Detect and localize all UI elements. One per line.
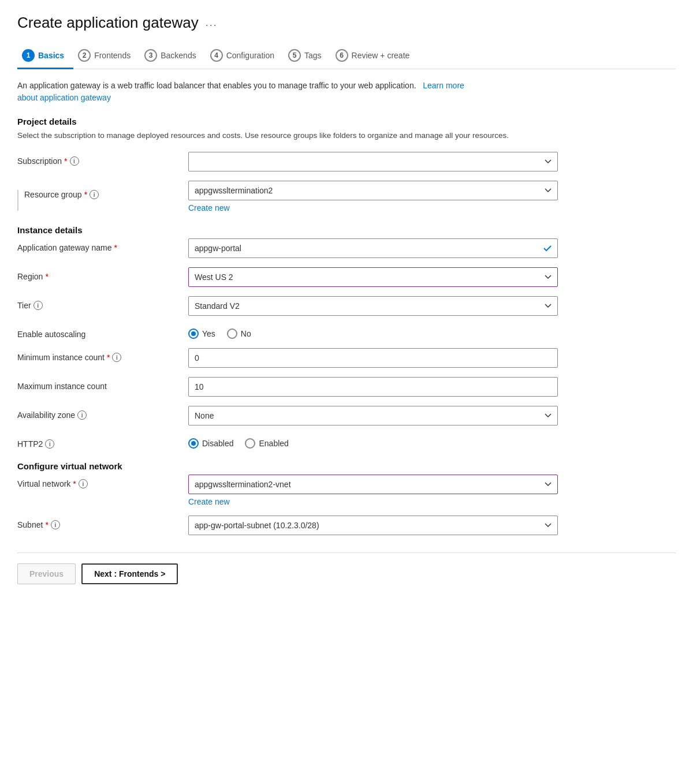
instance-details-header: Instance details: [17, 225, 676, 235]
virtual-network-label-col: Virtual network * i: [17, 475, 179, 488]
previous-button[interactable]: Previous: [17, 563, 76, 584]
min-instance-info-icon[interactable]: i: [112, 353, 121, 362]
autoscaling-yes[interactable]: Yes: [188, 328, 215, 339]
availability-zone-select[interactable]: None: [188, 406, 558, 425]
subscription-row: Subscription * i: [17, 152, 676, 171]
max-instance-label-col: Maximum instance count: [17, 377, 179, 391]
region-row: Region * West US 2: [17, 267, 676, 287]
resource-group-create-new[interactable]: Create new: [188, 203, 230, 212]
tab-num-6: 6: [336, 49, 348, 62]
tab-num-4: 4: [210, 49, 223, 62]
app-gateway-name-input[interactable]: [188, 238, 558, 258]
region-required: *: [45, 272, 48, 281]
subscription-select[interactable]: [188, 152, 558, 171]
page-title-bar: Create application gateway ...: [17, 14, 676, 32]
virtual-network-info-icon[interactable]: i: [79, 479, 88, 488]
subscription-required: *: [64, 156, 67, 166]
http2-enabled-radio[interactable]: [245, 438, 255, 449]
wizard-tabs: 1 Basics 2 Frontends 3 Backends 4 Config…: [17, 43, 676, 69]
subnet-info-icon[interactable]: i: [51, 520, 60, 529]
tab-configuration[interactable]: 4 Configuration: [206, 43, 284, 69]
about-app-gateway-link[interactable]: about application gateway: [17, 93, 111, 102]
http2-disabled-label: Disabled: [202, 439, 233, 448]
resource-group-info-icon[interactable]: i: [90, 190, 99, 199]
tab-num-2: 2: [78, 49, 91, 62]
app-gateway-name-control: [188, 238, 558, 258]
learn-more-link[interactable]: Learn more: [420, 81, 464, 90]
tab-tags[interactable]: 5 Tags: [284, 43, 331, 69]
tab-backends[interactable]: 3 Backends: [140, 43, 205, 69]
subscription-control: [188, 152, 558, 171]
resource-group-label: Resource group: [24, 190, 82, 199]
autoscaling-row: Enable autoscaling Yes No: [17, 325, 676, 339]
resource-group-row: Resource group * i appgwssltermination2 …: [17, 181, 676, 212]
http2-label: HTTP2: [17, 439, 43, 449]
virtual-network-row: Virtual network * i appgwssltermination2…: [17, 475, 676, 506]
tier-label-col: Tier i: [17, 296, 179, 310]
project-details-desc: Select the subscription to manage deploy…: [17, 130, 676, 141]
virtual-network-select[interactable]: appgwssltermination2-vnet: [188, 475, 558, 494]
http2-disabled[interactable]: Disabled: [188, 438, 233, 449]
indent-line: [17, 190, 18, 211]
subnet-label: Subnet: [17, 520, 43, 529]
tier-select[interactable]: Standard V2: [188, 296, 558, 316]
resource-group-control: appgwssltermination2 Create new: [188, 181, 558, 212]
availability-zone-label-col: Availability zone i: [17, 406, 179, 420]
virtual-network-label: Virtual network: [17, 479, 70, 488]
tab-label-1: Basics: [38, 51, 64, 60]
app-gateway-name-row: Application gateway name *: [17, 238, 676, 258]
autoscaling-no[interactable]: No: [227, 328, 251, 339]
resource-group-required: *: [84, 190, 87, 199]
tab-label-3: Backends: [161, 51, 196, 60]
subnet-row: Subnet * i app-gw-portal-subnet (10.2.3.…: [17, 516, 676, 535]
page-description: An application gateway is a web traffic …: [17, 80, 676, 104]
tab-frontends[interactable]: 2 Frontends: [73, 43, 140, 69]
autoscaling-label: Enable autoscaling: [17, 330, 85, 339]
subscription-label-col: Subscription * i: [17, 152, 179, 166]
max-instance-input[interactable]: [188, 377, 558, 397]
http2-disabled-radio[interactable]: [188, 438, 199, 449]
max-instance-row: Maximum instance count: [17, 377, 676, 397]
autoscaling-no-radio[interactable]: [227, 328, 237, 339]
tier-info-icon[interactable]: i: [33, 301, 43, 310]
virtual-network-control: appgwssltermination2-vnet Create new: [188, 475, 558, 506]
autoscaling-radio-group: Yes No: [188, 325, 558, 339]
subnet-required: *: [45, 520, 48, 529]
tab-label-5: Tags: [304, 51, 322, 60]
subscription-label: Subscription: [17, 156, 62, 166]
max-instance-label: Maximum instance count: [17, 382, 107, 391]
next-button[interactable]: Next : Frontends >: [81, 563, 178, 584]
tab-basics[interactable]: 1 Basics: [17, 43, 73, 69]
resource-group-label-col: Resource group * i: [17, 181, 179, 211]
min-instance-label-col: Minimum instance count * i: [17, 348, 179, 362]
min-instance-label: Minimum instance count: [17, 353, 105, 362]
availability-zone-row: Availability zone i None: [17, 406, 676, 425]
tier-control: Standard V2: [188, 296, 558, 316]
min-instance-input[interactable]: [188, 348, 558, 368]
min-instance-row: Minimum instance count * i: [17, 348, 676, 368]
availability-zone-control: None: [188, 406, 558, 425]
virtual-network-create-new[interactable]: Create new: [188, 497, 230, 506]
availability-zone-info-icon[interactable]: i: [77, 410, 87, 420]
tier-row: Tier i Standard V2: [17, 296, 676, 316]
tab-review-create[interactable]: 6 Review + create: [331, 43, 419, 69]
subnet-control: app-gw-portal-subnet (10.2.3.0/28): [188, 516, 558, 535]
min-instance-control: [188, 348, 558, 368]
availability-zone-label: Availability zone: [17, 410, 75, 420]
resource-group-select[interactable]: appgwssltermination2: [188, 181, 558, 200]
http2-info-icon[interactable]: i: [45, 439, 54, 449]
app-gateway-name-label: Application gateway name: [17, 243, 111, 252]
button-bar: Previous Next : Frontends >: [17, 552, 676, 584]
http2-control: Disabled Enabled: [188, 435, 558, 449]
autoscaling-yes-radio[interactable]: [188, 328, 199, 339]
http2-enabled[interactable]: Enabled: [245, 438, 288, 449]
region-select[interactable]: West US 2: [188, 267, 558, 287]
min-instance-required: *: [107, 353, 110, 362]
autoscaling-no-label: No: [241, 329, 251, 338]
http2-label-col: HTTP2 i: [17, 435, 179, 449]
max-instance-control: [188, 377, 558, 397]
autoscaling-control: Yes No: [188, 325, 558, 339]
tab-label-4: Configuration: [226, 51, 274, 60]
subscription-info-icon[interactable]: i: [70, 156, 79, 166]
subnet-select[interactable]: app-gw-portal-subnet (10.2.3.0/28): [188, 516, 558, 535]
